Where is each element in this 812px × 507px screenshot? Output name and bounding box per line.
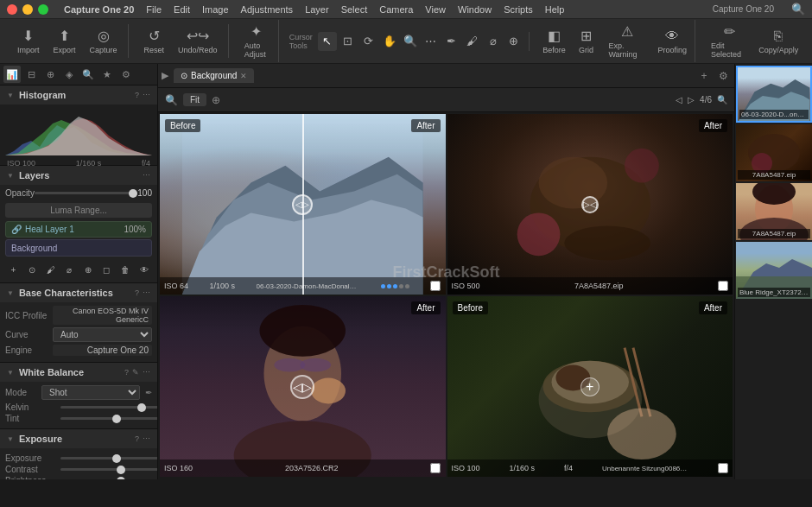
menu-item-app[interactable]: Capture One 20	[64, 4, 134, 15]
tab-add-button[interactable]: +	[696, 68, 712, 84]
image-cell-bowl[interactable]: Before After + ISO 100 1/160 s f/4 Unben…	[447, 296, 733, 477]
menu-item-layer[interactable]: Layer	[305, 4, 329, 15]
menu-item-edit[interactable]: Edit	[174, 4, 190, 15]
mountains-checkbox[interactable]	[430, 281, 441, 291]
histogram-header[interactable]: ▼ Histogram ? ⋯	[0, 86, 157, 105]
luma-range-button[interactable]: Luma Range...	[5, 203, 152, 218]
layer-delete-icon[interactable]: 🗑	[117, 260, 134, 279]
bowl-plus-btn[interactable]: +	[580, 377, 599, 396]
layer-clone-icon[interactable]: ⊕	[80, 260, 97, 279]
cursor-select-icon[interactable]: ↖	[318, 32, 337, 51]
layer-brush-icon[interactable]: 🖌	[42, 260, 59, 279]
wb-picker-icon[interactable]: ✒	[145, 388, 152, 397]
layer-eraser-icon[interactable]: ◻	[98, 260, 115, 279]
histogram-more-icon[interactable]: ⋯	[143, 91, 150, 99]
cursor-zoom-icon[interactable]: 🔍	[401, 32, 420, 51]
food-play-btn[interactable]: ▷◁	[581, 196, 599, 213]
wb-more-icon[interactable]: ⋯	[143, 368, 150, 377]
base-char-more-icon[interactable]: ⋯	[143, 288, 150, 297]
reset-button[interactable]: ↺ Reset	[139, 24, 170, 58]
menu-item-view[interactable]: View	[425, 4, 446, 15]
background-layer-item[interactable]: Background	[5, 239, 152, 257]
menu-item-adjustments[interactable]: Adjustments	[241, 4, 294, 15]
heal-layer-item[interactable]: 🔗 Heal Layer 1 100%	[5, 221, 152, 238]
menu-item-window[interactable]: Window	[458, 4, 492, 15]
exposure-more-icon[interactable]: ⋯	[143, 434, 150, 443]
layer-add-icon[interactable]: +	[5, 260, 22, 279]
portrait-play-btn[interactable]: ◁▷	[290, 375, 314, 399]
exposure-header[interactable]: ▼ Exposure ? ⋯	[0, 429, 157, 448]
layer-heal-icon[interactable]: ⌀	[61, 260, 78, 279]
tab-bar-arrow-icon[interactable]: ▶	[162, 70, 168, 81]
image-cell-food[interactable]: After ▷◁ ISO 500 7A8A5487.eip	[447, 114, 733, 295]
panel-icon-histogram[interactable]: 📊	[3, 66, 21, 83]
cursor-brush-icon[interactable]: 🖌	[463, 32, 482, 51]
menu-item-help[interactable]: Help	[545, 4, 565, 15]
minimize-button[interactable]	[22, 4, 33, 15]
wb-mode-dropdown[interactable]: Shot	[41, 385, 140, 400]
contrast-slider[interactable]	[60, 468, 158, 471]
menu-item-scripts[interactable]: Scripts	[504, 4, 533, 15]
base-char-help-icon[interactable]: ?	[135, 288, 139, 297]
auto-adjust-button[interactable]: ✦ Auto Adjust	[239, 20, 273, 62]
curve-dropdown[interactable]: Auto	[53, 327, 152, 342]
tab-settings-icon[interactable]: ⚙	[715, 68, 731, 84]
histogram-help-icon[interactable]: ?	[135, 91, 139, 99]
copy-apply-button[interactable]: ⎘ Copy/Apply	[757, 25, 800, 58]
panel-icon-settings[interactable]: ⚙	[117, 66, 135, 83]
image-cell-portrait[interactable]: After ◁▷ ISO 160 203A7526.CR2	[160, 296, 446, 477]
filmstrip-item-landscape[interactable]: Blue Ridge_XT23721.RAF	[736, 242, 812, 299]
image-cell-mountains[interactable]: ◁▷ Before After ISO 64 1/100 s 06-03-202…	[160, 114, 446, 295]
zoom-in-icon[interactable]: ⊕	[212, 94, 220, 106]
undo-redo-button[interactable]: ↩↪ Undo/Redo	[173, 24, 223, 58]
tint-slider[interactable]	[60, 417, 158, 420]
close-button[interactable]	[7, 4, 17, 15]
cursor-measure-icon[interactable]: ⋯	[422, 32, 441, 51]
menu-item-camera[interactable]: Camera	[379, 4, 413, 15]
proofing-button[interactable]: 👁 Proofing	[655, 25, 688, 58]
cursor-crop-icon[interactable]: ⊡	[339, 32, 358, 51]
capture-button[interactable]: ◎ Capture	[85, 24, 123, 58]
layer-mask-icon[interactable]: ⊙	[24, 260, 41, 279]
background-tab[interactable]: ⊙ Background ✕	[174, 68, 254, 83]
exposure-help-icon[interactable]: ?	[135, 434, 139, 443]
fit-button[interactable]: Fit	[183, 93, 206, 106]
cursor-pan-icon[interactable]: ✋	[380, 32, 399, 51]
wb-edit-icon[interactable]: ✎	[132, 368, 139, 377]
wb-header[interactable]: ▼ White Balance ? ✎ ⋯	[0, 363, 157, 382]
nav-prev-icon[interactable]: ◁	[676, 95, 682, 105]
maximize-button[interactable]	[38, 4, 48, 15]
food-checkbox[interactable]	[718, 281, 728, 291]
exp-warning-button[interactable]: ⚠ Exp. Warning	[603, 20, 651, 62]
export-button[interactable]: ⬆ Export	[48, 24, 81, 58]
cursor-clone-icon[interactable]: ⊕	[504, 32, 523, 51]
import-button[interactable]: ⬇ Import	[12, 24, 45, 58]
filmstrip-item-portrait[interactable]: 7A8A5487.eip	[736, 183, 812, 240]
layers-more-icon[interactable]: ⋯	[143, 171, 150, 180]
edit-selected-button[interactable]: ✏ Edit Selected	[706, 20, 753, 62]
menu-item-image[interactable]: Image	[202, 4, 229, 15]
tab-close-icon[interactable]: ✕	[240, 72, 247, 80]
opacity-slider[interactable]	[35, 192, 137, 194]
panel-icon-wb[interactable]: ◈	[60, 66, 78, 83]
menu-item-select[interactable]: Select	[341, 4, 368, 15]
zoom-out-icon[interactable]: 🔍	[165, 94, 178, 106]
grid-button[interactable]: ⊞ Grid	[572, 24, 599, 58]
view-search-icon[interactable]: 🔍	[717, 95, 727, 105]
cursor-heal-icon[interactable]: ⌀	[484, 32, 503, 51]
panel-icon-layers[interactable]: ⊟	[22, 66, 40, 83]
base-char-header[interactable]: ▼ Base Characteristics ? ⋯	[0, 283, 157, 302]
layer-visibility-icon[interactable]: 👁	[136, 260, 152, 279]
cursor-picker-icon[interactable]: ✒	[442, 32, 461, 51]
panel-icon-star[interactable]: ★	[98, 66, 116, 83]
nav-next-icon[interactable]: ▷	[688, 95, 695, 105]
portrait-checkbox[interactable]	[430, 463, 441, 473]
exposure-slider[interactable]	[60, 457, 158, 459]
panel-icon-base[interactable]: ⊕	[41, 66, 59, 83]
wb-help-icon[interactable]: ?	[124, 368, 129, 377]
bowl-checkbox[interactable]	[718, 463, 728, 473]
search-icon[interactable]: 🔍	[791, 3, 805, 16]
menu-item-file[interactable]: File	[146, 4, 162, 15]
panel-icon-search[interactable]: 🔍	[79, 66, 97, 83]
kelvin-slider[interactable]	[60, 406, 158, 409]
